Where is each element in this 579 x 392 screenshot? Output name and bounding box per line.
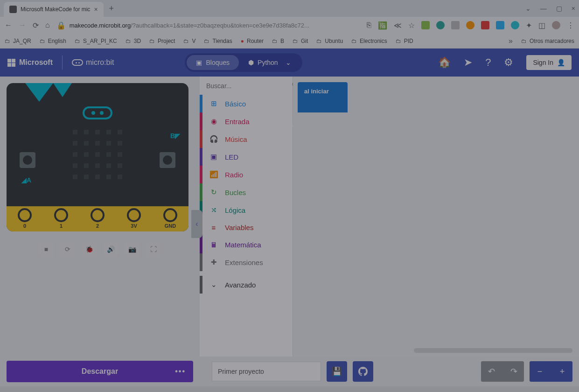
side-panel-icon[interactable]: ◫ (538, 21, 545, 30)
home-button[interactable]: ⌂ (45, 21, 50, 29)
snapshot-icon[interactable]: 📷 (125, 242, 140, 257)
share-page-icon[interactable]: ≪ (394, 21, 402, 30)
python-toggle-button[interactable]: ⬢ Python ⌄ (239, 55, 300, 70)
home-icon[interactable]: 🏠 (438, 56, 451, 69)
fullscreen-icon[interactable]: ⛶ (146, 242, 161, 257)
signin-button[interactable]: Sign In 👤 (526, 55, 572, 70)
blocks-toggle-button[interactable]: ▣ Bloques (187, 55, 239, 70)
pin-1[interactable]: 1 (54, 208, 68, 229)
bookmark-sarpikc[interactable]: 🗀S_AR_PI_KC (75, 38, 117, 44)
other-bookmarks[interactable]: 🗀Otros marcadores (521, 38, 574, 44)
extensions-puzzle-icon[interactable]: ✦ (526, 21, 532, 30)
category-bucles[interactable]: ↻Bucles (200, 183, 293, 201)
horizontal-scrollbar[interactable] (414, 348, 572, 353)
bookmark-electronics[interactable]: 🗀Electronics (351, 38, 387, 44)
microbit-logo[interactable]: micro:bit (72, 58, 114, 67)
workspace[interactable]: al iniciar (293, 77, 579, 357)
category-extensiones[interactable]: ✚Extensiones (200, 253, 293, 271)
ext-icon-3[interactable] (451, 21, 460, 29)
zoom-out-button[interactable]: − (530, 361, 550, 382)
category-avanzado[interactable]: ⌄Avanzado (200, 276, 293, 294)
pin-2[interactable]: 2 (91, 208, 105, 229)
tab-favicon (9, 6, 17, 13)
translate-icon[interactable]: 🈯 (378, 21, 387, 30)
ext-icon-2[interactable] (436, 21, 445, 29)
category-led[interactable]: ▣LED (200, 148, 293, 166)
folder-icon: 🗀 (272, 38, 278, 44)
ext-icon-5[interactable] (481, 21, 489, 29)
ext-icon-7[interactable] (511, 21, 519, 29)
redo-button[interactable]: ↷ (503, 361, 524, 382)
chrome-menu-icon[interactable]: ⋮ (567, 21, 574, 30)
category-entrada[interactable]: ◉Entrada (200, 112, 293, 130)
project-name-input[interactable] (212, 362, 321, 381)
category-label: Radio (225, 171, 243, 179)
dropdown-icon[interactable]: ⌄ (525, 5, 531, 12)
save-button[interactable]: 💾 (327, 361, 347, 382)
ext-icon-6[interactable] (496, 21, 504, 29)
zoom-in-button[interactable]: + (552, 361, 572, 382)
folder-icon: 🗀 (40, 38, 45, 44)
category-música[interactable]: 🎧Música (200, 130, 293, 148)
bookmark-b[interactable]: 🗀B (272, 38, 284, 44)
microbit-simulator[interactable]: ◢A B◤ 0 1 2 3V GND (7, 83, 188, 231)
sound-icon[interactable]: 🔊 (103, 242, 118, 257)
download-button[interactable]: Descargar ••• (7, 361, 193, 382)
category-matemática[interactable]: 🖩Matemática (200, 236, 293, 253)
sim-button-b[interactable] (160, 152, 175, 168)
new-tab-button[interactable]: + (109, 4, 114, 14)
collapse-simulator-handle[interactable]: ‹ (191, 210, 202, 238)
maximize-button[interactable]: ▢ (556, 5, 562, 12)
category-lógica[interactable]: ⤭Lógica (200, 201, 293, 219)
microsoft-logo[interactable]: Microsoft (7, 58, 53, 67)
install-icon[interactable]: ⎘ (367, 21, 371, 29)
restart-icon[interactable]: ⟳ (60, 242, 75, 257)
github-button[interactable] (353, 361, 373, 382)
header-icons: 🏠 ➤ ? ⚙ Sign In 👤 (438, 55, 572, 70)
stop-icon[interactable]: ■ (39, 242, 54, 257)
window-controls: ⌄ — ▢ × (525, 5, 575, 12)
share-icon[interactable]: ➤ (464, 56, 472, 69)
category-básico[interactable]: ⊞Básico (200, 95, 293, 112)
star-icon[interactable]: ☆ (408, 21, 415, 30)
folder-icon: 🗀 (293, 38, 298, 44)
bookmark-git[interactable]: 🗀Git (293, 38, 308, 44)
bookmark-ja-qr[interactable]: 🗀JA_QR (5, 38, 31, 44)
category-radio[interactable]: 📶Radio (200, 166, 293, 183)
close-window-button[interactable]: × (572, 5, 575, 12)
category-label: Entrada (225, 118, 250, 126)
browser-tab[interactable]: Microsoft MakeCode for mic × (4, 2, 104, 17)
bookmark-3d[interactable]: 🗀3D (126, 38, 141, 44)
toolbox-search: 🔍 (200, 77, 293, 95)
bookmark-v[interactable]: 🗀V (183, 38, 195, 44)
on-start-block[interactable]: al iniciar (298, 82, 348, 112)
ext-icon-4[interactable] (466, 21, 474, 29)
url-box[interactable]: 🔒 makecode.microbit.org/?authcallback=1&… (56, 21, 360, 30)
debug-icon[interactable]: 🐞 (82, 242, 97, 257)
bookmark-english[interactable]: 🗀English (40, 38, 66, 44)
pin-gnd[interactable]: GND (163, 208, 177, 229)
pin-3v[interactable]: 3V (127, 208, 141, 229)
pin-0[interactable]: 0 (18, 208, 32, 229)
microbit-icon (72, 59, 83, 66)
reload-button[interactable]: ⟳ (33, 21, 39, 30)
bookmark-tiendas[interactable]: 🗀Tiendas (204, 38, 232, 44)
download-menu-icon[interactable]: ••• (175, 367, 186, 376)
bookmark-project[interactable]: 🗀Project (149, 38, 175, 44)
bookmark-pid[interactable]: 🗀PID (396, 38, 413, 44)
category-variables[interactable]: ≡Variables (200, 219, 293, 236)
bookmarks-overflow-icon[interactable]: » (509, 37, 513, 45)
search-input[interactable] (206, 82, 288, 90)
undo-button[interactable]: ↶ (481, 361, 502, 382)
settings-gear-icon[interactable]: ⚙ (504, 56, 513, 69)
back-button[interactable]: ← (5, 21, 12, 29)
bookmark-router[interactable]: ●Router (241, 38, 264, 44)
bookmark-ubuntu[interactable]: 🗀Ubuntu (316, 38, 343, 44)
forward-button[interactable]: → (19, 21, 26, 29)
tab-close-icon[interactable]: × (94, 6, 98, 13)
minimize-button[interactable]: — (540, 5, 547, 12)
profile-avatar[interactable] (552, 21, 560, 29)
help-icon[interactable]: ? (485, 56, 491, 69)
sim-button-a[interactable] (20, 152, 35, 168)
ext-icon-1[interactable] (421, 21, 430, 29)
